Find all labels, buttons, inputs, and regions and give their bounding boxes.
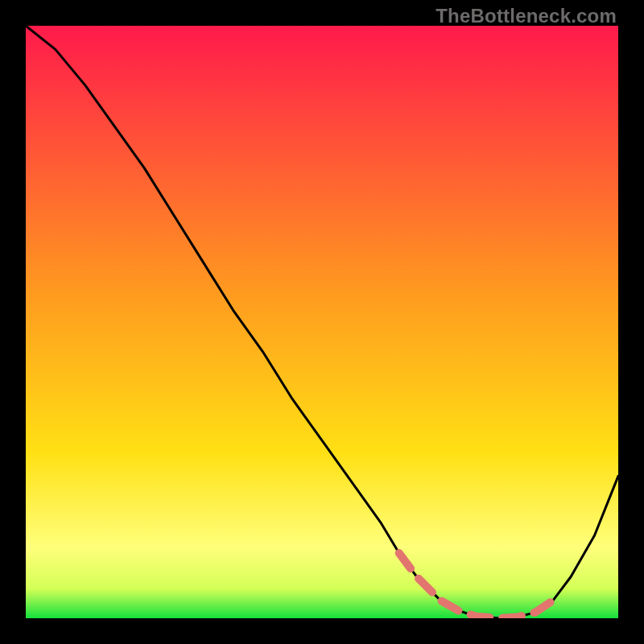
chart-frame: [26, 26, 618, 618]
watermark-text: TheBottleneck.com: [436, 5, 617, 27]
bottleneck-chart: [26, 26, 618, 618]
gradient-background: [26, 26, 618, 618]
